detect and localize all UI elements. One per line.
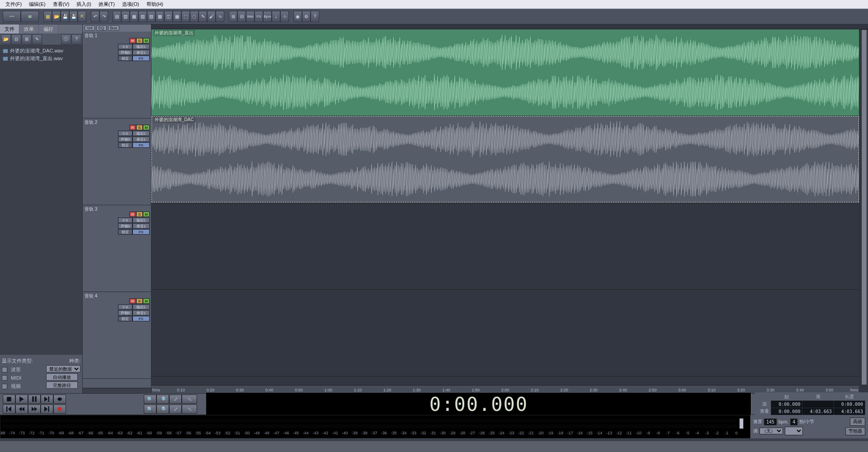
output-cell[interactable]: 输出1 [132, 44, 150, 49]
undo-button[interactable]: ↶ [91, 11, 99, 22]
mute-button[interactable]: M [143, 298, 150, 304]
file-row[interactable]: 外婆的澎湖湾_DAC.wav [1, 47, 81, 55]
fx-cell[interactable]: FX [132, 229, 150, 235]
tool-2-button[interactable]: ▥ [121, 11, 130, 22]
fp-help-button[interactable]: ? [71, 34, 81, 44]
play-to-end-button[interactable] [41, 395, 53, 404]
pan-cell[interactable]: 声相0 [118, 137, 132, 142]
autoplay-button[interactable]: 自动播放 [46, 373, 78, 381]
menu-item-0[interactable]: 文件(F) [2, 0, 25, 9]
type-checkbox[interactable] [2, 375, 7, 381]
save-all-button[interactable]: 💾 [69, 11, 78, 22]
new-file-button[interactable]: ▦ [43, 11, 52, 22]
snap-fx-button[interactable]: FX [255, 11, 263, 22]
arrangement-view[interactable]: 外婆的澎湖湾_直出1外婆的澎湖湾_DAC234 hms hms 0:100:20… [151, 24, 868, 393]
key-select[interactable]: （无） [760, 428, 783, 434]
tool-7-button[interactable]: ◫ [164, 11, 173, 22]
solo-button[interactable]: S [136, 38, 143, 43]
fx-cell[interactable]: FX [132, 56, 150, 61]
tool-5-button[interactable]: ▨ [147, 11, 156, 22]
fastfwd-button[interactable] [28, 405, 41, 414]
output-cell[interactable]: 输出1 [132, 217, 150, 223]
lock-cell[interactable]: 锁定 [118, 229, 132, 235]
rec-src-cell[interactable]: 录音1 [132, 50, 150, 55]
tool-1-button[interactable]: ▤ [113, 11, 121, 22]
play-button[interactable] [15, 395, 28, 404]
advanced-button[interactable]: 高级 [850, 418, 865, 426]
fp-info-button[interactable]: ⓘ [61, 34, 71, 44]
menu-item-4[interactable]: 效果(T) [95, 0, 118, 9]
record-arm-button[interactable]: R [129, 125, 136, 130]
file-row[interactable]: 外婆的澎湖湾_直出.wav [1, 55, 81, 62]
rec-src-cell[interactable]: 录音1 [132, 137, 150, 142]
snap-grid-button[interactable]: ⊹ [280, 11, 289, 22]
go-end-button[interactable] [41, 405, 53, 414]
mixer-tab-eq[interactable]: EQ [96, 25, 107, 31]
mute-button[interactable]: M [143, 125, 150, 130]
sel-len[interactable]: 0:00.000 [834, 400, 865, 408]
track-header-scrollbar[interactable] [83, 388, 151, 393]
track-lane[interactable]: 外婆的澎湖湾_DAC2 [151, 116, 859, 203]
record-arm-button[interactable]: R [129, 38, 136, 43]
fp-close-button[interactable]: ⊟ [11, 34, 21, 44]
mute-button[interactable]: M [143, 38, 150, 43]
arrangement-vscrollbar[interactable] [860, 29, 868, 385]
fx-cell[interactable]: FX [132, 142, 150, 148]
timeline-ruler[interactable]: hms hms 0:100:200:300:400:501:001:101:20… [151, 385, 859, 393]
solo-button[interactable]: S [136, 125, 143, 130]
export-button[interactable]: ⇱ [78, 11, 86, 22]
sel-begin[interactable]: 0:00.000 [771, 400, 802, 408]
vscroll-thumb[interactable] [861, 29, 867, 385]
timeline-top[interactable] [151, 24, 868, 29]
fp-insert-button[interactable]: ⊞ [22, 34, 32, 44]
solo-button[interactable]: S [136, 298, 143, 304]
time-display[interactable]: 0:00.000 [206, 393, 751, 416]
help-button[interactable]: ? [311, 11, 319, 22]
track-header[interactable]: 音轨 2RSMV 0输出1声相0录音1锁定FX [83, 118, 151, 205]
rewind-button[interactable] [15, 405, 28, 414]
mode-multitrack-button[interactable]: ≋ [21, 11, 39, 22]
snap-bpm-button[interactable]: Bpm [263, 11, 272, 22]
lock-cell[interactable]: 锁定 [118, 56, 132, 61]
menu-item-1[interactable]: 编辑(E) [25, 0, 49, 9]
volume-cell[interactable]: V 0 [118, 304, 132, 310]
tool-wave-button[interactable]: ∿ [216, 11, 224, 22]
speed-field[interactable]: 145 [764, 419, 777, 425]
tool-pencil-button[interactable]: ✎ [198, 11, 207, 22]
cd-button[interactable]: ◉ [293, 11, 302, 22]
type-checkbox[interactable] [2, 384, 7, 389]
track-lane[interactable]: 外婆的澎湖湾_直出1 [151, 29, 859, 116]
volume-cell[interactable]: V 0 [118, 44, 132, 49]
tool-brush-button[interactable]: 🖌 [207, 11, 216, 22]
snap-bar-button[interactable]: ♩ [272, 11, 280, 22]
zoom-full-h-button[interactable]: ⤡ [182, 395, 197, 404]
mixer-tab-bus[interactable]: Bus [108, 25, 120, 31]
solo-button[interactable]: S [136, 212, 143, 217]
type-checkbox[interactable] [2, 367, 7, 372]
go-start-button[interactable] [3, 405, 15, 414]
view-end[interactable]: 4:03.663 [802, 408, 834, 415]
volume-cell[interactable]: V 0 [118, 131, 132, 136]
pan-cell[interactable]: 声相0 [118, 50, 132, 55]
tool-marquee-button[interactable]: ⬚ [181, 11, 190, 22]
track-header[interactable]: 音轨 3RSMV 0输出1声相0录音1锁定FX [83, 205, 151, 292]
view-len[interactable]: 4:03.663 [834, 408, 865, 415]
mode-edit-button[interactable]: ~~ [3, 11, 21, 22]
save-button[interactable]: 💾 [61, 11, 69, 22]
rec-src-cell[interactable]: 录音1 [132, 223, 150, 229]
zoom-in-v-button[interactable]: 🔍 [144, 405, 156, 414]
track-lane[interactable]: 3 [151, 203, 859, 290]
fp-open-button[interactable]: 📂 [1, 34, 11, 44]
menu-item-3[interactable]: 插入(I) [73, 0, 94, 9]
loop-button[interactable] [53, 395, 66, 404]
fullpath-button[interactable]: 完整路径 [46, 381, 78, 389]
mixer-tab-vol[interactable]: Vol [85, 25, 95, 31]
menu-item-6[interactable]: 帮助(H) [143, 0, 167, 9]
pause-button[interactable] [28, 395, 41, 404]
tool-6-button[interactable]: ▩ [156, 11, 164, 22]
pan-cell[interactable]: 声相0 [118, 223, 132, 229]
zoom-sel-button[interactable]: ⤢ [169, 395, 182, 404]
track-lane[interactable]: 4 [151, 290, 859, 377]
zoom-in-h-button[interactable]: 🔍 [144, 395, 156, 404]
level-meter[interactable]: -88-74-73-72-71-70-69-68-67-66-65-64-63-… [0, 415, 750, 438]
